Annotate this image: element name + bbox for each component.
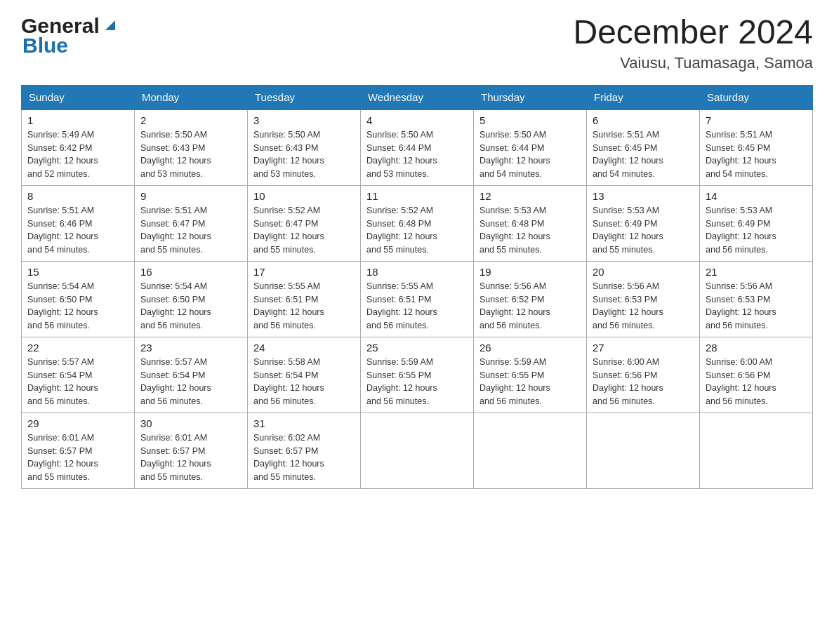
calendar-cell: 31Sunrise: 6:02 AMSunset: 6:57 PMDayligh… <box>248 412 361 488</box>
day-info: Sunrise: 5:56 AMSunset: 6:53 PMDaylight:… <box>706 280 807 333</box>
day-number: 13 <box>593 190 694 202</box>
day-header-friday: Friday <box>587 85 700 109</box>
day-header-sunday: Sunday <box>22 85 135 109</box>
day-info: Sunrise: 6:01 AMSunset: 6:57 PMDaylight:… <box>140 431 241 484</box>
day-number: 29 <box>27 417 128 429</box>
calendar-cell: 1Sunrise: 5:49 AMSunset: 6:42 PMDaylight… <box>22 109 135 186</box>
calendar-cell: 17Sunrise: 5:55 AMSunset: 6:51 PMDayligh… <box>248 261 361 337</box>
day-header-monday: Monday <box>135 85 248 109</box>
calendar-cell: 8Sunrise: 5:51 AMSunset: 6:46 PMDaylight… <box>22 185 135 261</box>
calendar-header: SundayMondayTuesdayWednesdayThursdayFrid… <box>22 85 813 109</box>
day-info: Sunrise: 6:00 AMSunset: 6:56 PMDaylight:… <box>593 356 694 408</box>
day-info: Sunrise: 5:49 AMSunset: 6:42 PMDaylight:… <box>27 128 128 181</box>
week-row-4: 22Sunrise: 5:57 AMSunset: 6:54 PMDayligh… <box>22 337 813 412</box>
calendar-cell: 22Sunrise: 5:57 AMSunset: 6:54 PMDayligh… <box>22 337 135 412</box>
day-number: 30 <box>140 417 241 429</box>
day-number: 7 <box>706 114 807 126</box>
day-info: Sunrise: 5:57 AMSunset: 6:54 PMDaylight:… <box>140 356 241 408</box>
day-number: 12 <box>479 190 581 202</box>
day-number: 4 <box>366 114 468 126</box>
day-info: Sunrise: 5:57 AMSunset: 6:54 PMDaylight:… <box>27 356 128 408</box>
day-number: 16 <box>140 266 241 278</box>
week-row-2: 8Sunrise: 5:51 AMSunset: 6:46 PMDaylight… <box>22 185 813 261</box>
day-info: Sunrise: 5:50 AMSunset: 6:44 PMDaylight:… <box>366 128 468 181</box>
logo-blue-text: Blue <box>22 34 68 58</box>
calendar-cell: 24Sunrise: 5:58 AMSunset: 6:54 PMDayligh… <box>248 337 361 412</box>
page-header: General Blue December 2024 Vaiusu, Tuama… <box>21 14 813 72</box>
day-info: Sunrise: 5:53 AMSunset: 6:49 PMDaylight:… <box>706 204 807 257</box>
week-row-3: 15Sunrise: 5:54 AMSunset: 6:50 PMDayligh… <box>22 261 813 337</box>
day-info: Sunrise: 5:58 AMSunset: 6:54 PMDaylight:… <box>253 356 355 408</box>
day-info: Sunrise: 5:50 AMSunset: 6:43 PMDaylight:… <box>253 128 355 181</box>
day-info: Sunrise: 5:51 AMSunset: 6:45 PMDaylight:… <box>706 128 807 181</box>
calendar-cell: 14Sunrise: 5:53 AMSunset: 6:49 PMDayligh… <box>700 185 813 261</box>
calendar-cell: 13Sunrise: 5:53 AMSunset: 6:49 PMDayligh… <box>587 185 700 261</box>
calendar-cell: 30Sunrise: 6:01 AMSunset: 6:57 PMDayligh… <box>135 412 248 488</box>
day-info: Sunrise: 6:02 AMSunset: 6:57 PMDaylight:… <box>253 431 355 484</box>
day-info: Sunrise: 5:59 AMSunset: 6:55 PMDaylight:… <box>479 356 581 408</box>
calendar-cell <box>361 412 474 488</box>
day-number: 25 <box>366 342 468 354</box>
day-info: Sunrise: 5:52 AMSunset: 6:47 PMDaylight:… <box>253 204 355 257</box>
title-block: December 2024 Vaiusu, Tuamasaga, Samoa <box>573 14 813 72</box>
day-header-saturday: Saturday <box>700 85 813 109</box>
calendar-cell <box>474 412 587 488</box>
day-number: 28 <box>706 342 807 354</box>
day-info: Sunrise: 5:55 AMSunset: 6:51 PMDaylight:… <box>253 280 355 333</box>
day-number: 18 <box>366 266 468 278</box>
day-number: 6 <box>593 114 694 126</box>
day-number: 22 <box>27 342 128 354</box>
day-info: Sunrise: 5:56 AMSunset: 6:53 PMDaylight:… <box>593 280 694 333</box>
calendar-cell: 3Sunrise: 5:50 AMSunset: 6:43 PMDaylight… <box>248 109 361 186</box>
day-info: Sunrise: 5:59 AMSunset: 6:55 PMDaylight:… <box>366 356 468 408</box>
week-row-5: 29Sunrise: 6:01 AMSunset: 6:57 PMDayligh… <box>22 412 813 488</box>
day-number: 1 <box>27 114 128 126</box>
calendar-cell: 23Sunrise: 5:57 AMSunset: 6:54 PMDayligh… <box>135 337 248 412</box>
day-header-tuesday: Tuesday <box>248 85 361 109</box>
day-number: 15 <box>27 266 128 278</box>
calendar-cell: 5Sunrise: 5:50 AMSunset: 6:44 PMDaylight… <box>474 109 587 186</box>
day-number: 24 <box>253 342 355 354</box>
day-number: 27 <box>593 342 694 354</box>
calendar-cell: 20Sunrise: 5:56 AMSunset: 6:53 PMDayligh… <box>587 261 700 337</box>
day-number: 10 <box>253 190 355 202</box>
day-number: 23 <box>140 342 241 354</box>
calendar-cell: 12Sunrise: 5:53 AMSunset: 6:48 PMDayligh… <box>474 185 587 261</box>
calendar-table: SundayMondayTuesdayWednesdayThursdayFrid… <box>21 85 813 489</box>
day-number: 17 <box>253 266 355 278</box>
day-number: 14 <box>706 190 807 202</box>
day-number: 2 <box>140 114 241 126</box>
calendar-cell: 2Sunrise: 5:50 AMSunset: 6:43 PMDaylight… <box>135 109 248 186</box>
calendar-cell <box>587 412 700 488</box>
day-number: 8 <box>27 190 128 202</box>
day-header-wednesday: Wednesday <box>361 85 474 109</box>
day-info: Sunrise: 5:51 AMSunset: 6:47 PMDaylight:… <box>140 204 241 257</box>
day-info: Sunrise: 5:54 AMSunset: 6:50 PMDaylight:… <box>140 280 241 333</box>
week-row-1: 1Sunrise: 5:49 AMSunset: 6:42 PMDaylight… <box>22 109 813 186</box>
day-number: 26 <box>479 342 581 354</box>
calendar-cell: 27Sunrise: 6:00 AMSunset: 6:56 PMDayligh… <box>587 337 700 412</box>
day-info: Sunrise: 5:53 AMSunset: 6:48 PMDaylight:… <box>479 204 581 257</box>
day-number: 20 <box>593 266 694 278</box>
day-number: 31 <box>253 417 355 429</box>
day-number: 9 <box>140 190 241 202</box>
calendar-cell: 4Sunrise: 5:50 AMSunset: 6:44 PMDaylight… <box>361 109 474 186</box>
calendar-cell: 21Sunrise: 5:56 AMSunset: 6:53 PMDayligh… <box>700 261 813 337</box>
calendar-body: 1Sunrise: 5:49 AMSunset: 6:42 PMDaylight… <box>22 109 813 489</box>
day-info: Sunrise: 6:00 AMSunset: 6:56 PMDaylight:… <box>706 356 807 408</box>
logo-triangle-icon <box>102 18 118 36</box>
calendar-cell: 11Sunrise: 5:52 AMSunset: 6:48 PMDayligh… <box>361 185 474 261</box>
calendar-cell: 16Sunrise: 5:54 AMSunset: 6:50 PMDayligh… <box>135 261 248 337</box>
location-title: Vaiusu, Tuamasaga, Samoa <box>573 54 813 72</box>
day-header-thursday: Thursday <box>474 85 587 109</box>
calendar-cell: 18Sunrise: 5:55 AMSunset: 6:51 PMDayligh… <box>361 261 474 337</box>
day-number: 5 <box>479 114 581 126</box>
day-info: Sunrise: 5:50 AMSunset: 6:43 PMDaylight:… <box>140 128 241 181</box>
day-header-row: SundayMondayTuesdayWednesdayThursdayFrid… <box>22 85 813 109</box>
day-info: Sunrise: 5:53 AMSunset: 6:49 PMDaylight:… <box>593 204 694 257</box>
day-info: Sunrise: 5:54 AMSunset: 6:50 PMDaylight:… <box>27 280 128 333</box>
calendar-cell: 15Sunrise: 5:54 AMSunset: 6:50 PMDayligh… <box>22 261 135 337</box>
day-info: Sunrise: 5:50 AMSunset: 6:44 PMDaylight:… <box>479 128 581 181</box>
calendar-cell: 29Sunrise: 6:01 AMSunset: 6:57 PMDayligh… <box>22 412 135 488</box>
calendar-cell: 26Sunrise: 5:59 AMSunset: 6:55 PMDayligh… <box>474 337 587 412</box>
